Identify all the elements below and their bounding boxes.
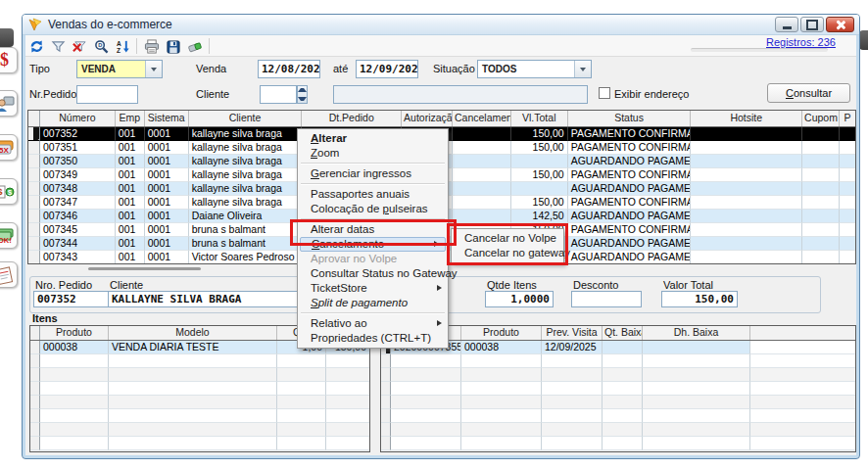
col-cliente[interactable]: Cliente [189,111,303,126]
menu-item-passaportes-anuais[interactable]: Passaportes anuais [298,187,448,202]
col-produto[interactable]: Produto [40,326,109,340]
exibir-endereco-label: Exibir endereço [614,88,689,100]
data-inicial-input[interactable]: 12/08/2025 [258,60,320,78]
nr-pedido-label: Nr.Pedido [29,88,76,100]
background-window-fragment [859,30,868,50]
col-p[interactable]: P [840,111,855,126]
screenshot-stage: { "win": { "title": "Vendas do e-commerc… [0,0,868,470]
money-transfer-icon: $$ [0,182,15,202]
clean-button[interactable] [186,38,204,55]
background-window-fragment [0,28,14,47]
registros-link[interactable]: Registros: 236 [766,36,836,48]
toolbar-separator [136,38,137,54]
menu-item-gerenciar-ingressos[interactable]: Gerenciar ingressos [298,166,448,181]
print-button[interactable] [143,38,161,55]
col-produto[interactable]: Produto [461,326,542,340]
cliente-codigo-input[interactable] [260,85,297,104]
submenu-arrow-icon [437,320,442,326]
minimize-button[interactable] [775,17,798,32]
dollar-icon[interactable]: $ [0,47,18,73]
col-cancelamento[interactable]: Cancelamento [453,111,511,126]
cash-ok-icon[interactable]: OK! [0,222,18,249]
itens-baixa-grid: Produto Prev. Visita Qt. Baixa Dh. Baixa… [380,325,856,452]
empty-row [30,396,369,409]
col-qt-baixa[interactable]: Qt. Baixa [603,326,643,340]
receipt-icon [0,265,15,285]
col-dh-baixa[interactable]: Dh. Baixa [643,326,750,340]
tipo-select[interactable]: VENDA [76,60,163,78]
horizontal-scrollbar[interactable] [88,267,201,270]
spin-up-icon[interactable] [298,86,307,95]
exibir-endereco-checkbox[interactable] [599,87,610,99]
close-button[interactable] [826,17,854,32]
refresh-icon [29,39,44,54]
menu-item-aprovar-volpe[interactable]: Aprovar no Volpe [298,252,448,266]
menu-item-zoom[interactable]: Zoom [298,146,448,161]
item-row[interactable]: 20200000735566 000038 12/09/2025 [381,341,855,354]
empty-row [381,382,855,396]
col-numero[interactable]: Número [40,111,116,126]
menu-separator [301,183,445,185]
chevron-down-icon[interactable] [145,61,162,77]
svg-text:OK!: OK! [0,236,11,245]
toolbar-separator [209,38,210,54]
support-agent-icon[interactable] [0,90,18,117]
consultar-button[interactable]: Consultar [767,83,850,103]
chevron-down-icon[interactable] [574,61,591,77]
cliente-nome-field [333,85,588,104]
receipt-icon[interactable] [0,261,18,288]
data-final-input[interactable]: 12/09/2025 [356,60,418,78]
minimize-icon [783,26,792,29]
col-prev-visita[interactable]: Prev. Visita [542,326,603,340]
empty-row [30,382,369,396]
situacao-value: TODOS [478,64,574,74]
spin-down-icon[interactable] [298,95,307,104]
menu-item-relativo-ao[interactable]: Relativo ao [298,316,448,331]
installments-5x-icon[interactable]: 5X [0,134,18,161]
col-cupom[interactable]: Cupom [802,111,840,126]
situacao-select[interactable]: TODOS [477,60,592,78]
save-button[interactable] [165,38,182,55]
col-hotsite[interactable]: Hotsite [691,111,802,126]
print-icon [144,39,160,54]
nr-pedido-input[interactable] [76,85,138,104]
menu-item-propriedades[interactable]: Propriedades (CTRL+T) [298,331,448,346]
horizontal-scrollbar[interactable] [381,450,855,452]
clean-icon [187,40,203,54]
filter-button[interactable] [49,38,67,55]
desconto-value [571,291,642,307]
maximize-button[interactable] [800,17,824,32]
maximize-icon [806,20,818,30]
title-bar[interactable]: Vendas do e-commerce [23,15,859,35]
menu-item-split-pagamento[interactable]: Split de pagamento [298,296,448,310]
menu-item-consultar-status-gateway[interactable]: Consultar Status no Gateway [298,266,448,281]
svg-text:Z: Z [116,47,120,54]
sort-button[interactable]: AZ [114,38,131,55]
search-button[interactable]: D [92,38,110,55]
svg-text:$: $ [0,187,2,197]
situacao-label: Situação [433,63,475,74]
nro-pedido-value: 007352 [33,291,112,307]
desconto-label: Desconto [573,279,618,291]
empty-row [30,423,369,437]
col-emp[interactable]: Emp [116,111,145,126]
annotation-highlight-submenu [447,223,568,265]
col-status[interactable]: Status [568,111,692,126]
col-vl-total[interactable]: Vl.Total [511,111,568,126]
clear-filter-button[interactable] [71,38,88,55]
menu-item-alterar[interactable]: Alterar [298,131,448,146]
col-autorizacao[interactable]: Autorização [402,111,453,126]
empty-row [381,423,855,437]
cliente-spinner[interactable] [297,85,308,104]
col-sistema[interactable]: Sistema [145,111,189,126]
col-modelo[interactable]: Modelo [109,326,277,340]
separator-groove [691,48,828,52]
empty-row [381,368,855,382]
refresh-button[interactable] [27,38,45,55]
detail-cliente-label: Cliente [110,279,143,291]
menu-item-colocacao-pulseiras[interactable]: Colocação de pulseiras [298,202,448,216]
menu-item-ticketstore[interactable]: TicketStore [298,281,448,296]
col-dt-pedido[interactable]: Dt.Pedido [302,111,402,126]
horizontal-scrollbar[interactable] [30,450,369,452]
money-transfer-icon[interactable]: $$ [0,178,18,205]
